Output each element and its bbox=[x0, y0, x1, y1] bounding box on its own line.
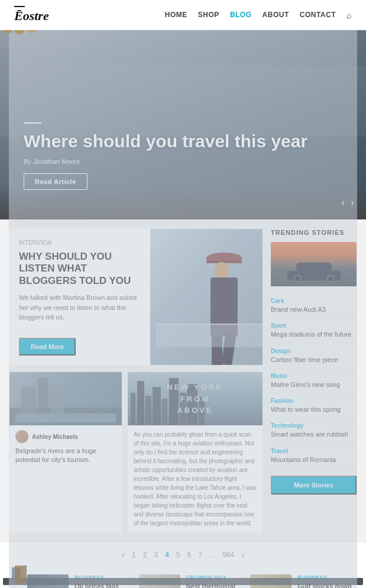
nav-about[interactable]: ABOUT bbox=[263, 11, 289, 19]
chair-shape bbox=[22, 574, 27, 583]
logo[interactable]: Ēostre bbox=[14, 6, 49, 24]
strip-item-technology[interactable]: TECHNOLOGY Nest thermostat bug leaves us… bbox=[134, 574, 246, 588]
search-icon[interactable]: ⌕ bbox=[346, 10, 352, 20]
main-nav: HOME SHOP BLOG ABOUT CONTACT ⌕ bbox=[165, 10, 352, 20]
strip-items-container: BUSINESS Oil prices falls bellow $28 a b… bbox=[22, 574, 357, 588]
header: Ēostre HOME SHOP BLOG ABOUT CONTACT ⌕ bbox=[0, 0, 366, 30]
nav-contact[interactable]: CONTACT bbox=[300, 11, 336, 19]
logo-text: Ēostre bbox=[14, 8, 49, 23]
nav-blog[interactable]: BLOG bbox=[230, 11, 252, 19]
bottom-news-strip: ‹ BUSINESS Oil prices falls bellow $28 a… bbox=[0, 567, 366, 588]
window-frame bbox=[22, 574, 357, 588]
strip-image-2 bbox=[139, 574, 180, 588]
nav-shop[interactable]: SHOP bbox=[198, 11, 219, 19]
nav-home[interactable]: HOME bbox=[165, 11, 187, 19]
logo-bar bbox=[14, 6, 25, 7]
